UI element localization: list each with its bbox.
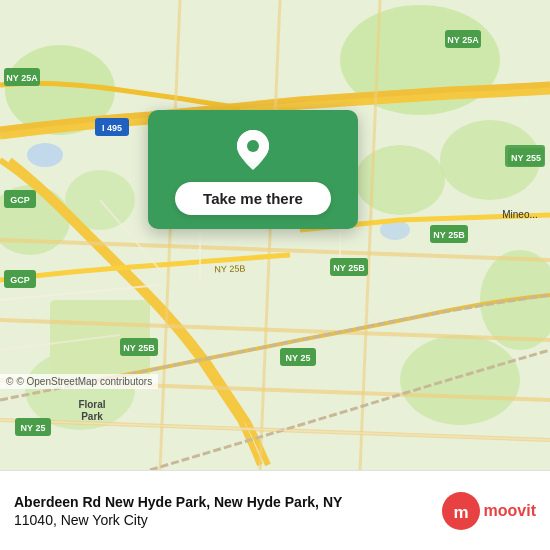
svg-text:GCP: GCP (10, 195, 30, 205)
moovit-icon: m (442, 492, 480, 530)
svg-text:Floral: Floral (78, 399, 105, 410)
map-container: I 495 NY 25A NY 25A NY 255 GCP GCP NY 25… (0, 0, 550, 470)
svg-text:m: m (453, 503, 468, 522)
copyright-bar: © © OpenStreetMap contributors (0, 374, 158, 389)
info-bar: Aberdeen Rd New Hyde Park, New Hyde Park… (0, 470, 550, 550)
svg-text:NY 25B: NY 25B (333, 263, 365, 273)
location-pin-icon (231, 128, 275, 172)
svg-text:NY 25A: NY 25A (6, 73, 38, 83)
svg-text:NY 25: NY 25 (286, 353, 311, 363)
svg-text:NY 25B: NY 25B (123, 343, 155, 353)
copyright-icon: © (6, 376, 13, 387)
address-block: Aberdeen Rd New Hyde Park, New Hyde Park… (14, 493, 442, 527)
address-line2: 11040, New York City (14, 512, 442, 528)
svg-text:NY 25B: NY 25B (214, 263, 245, 274)
svg-point-54 (247, 140, 259, 152)
svg-text:Mineo...: Mineo... (502, 209, 538, 220)
copyright-text: © OpenStreetMap contributors (16, 376, 152, 387)
svg-text:Park: Park (81, 411, 103, 422)
svg-text:NY 25: NY 25 (21, 423, 46, 433)
svg-text:NY 25B: NY 25B (433, 230, 465, 240)
svg-point-8 (400, 335, 520, 425)
moovit-logo: m moovit (442, 492, 536, 530)
svg-text:NY 255: NY 255 (511, 153, 541, 163)
svg-text:NY 25A: NY 25A (447, 35, 479, 45)
svg-text:GCP: GCP (10, 275, 30, 285)
address-line1: Aberdeen Rd New Hyde Park, New Hyde Park… (14, 493, 442, 511)
take-me-there-button[interactable]: Take me there (175, 182, 331, 215)
svg-point-6 (355, 145, 445, 215)
location-card: Take me there (148, 110, 358, 229)
map-background: I 495 NY 25A NY 25A NY 255 GCP GCP NY 25… (0, 0, 550, 470)
moovit-text: moovit (484, 502, 536, 520)
svg-point-11 (27, 143, 63, 167)
svg-text:I 495: I 495 (102, 123, 122, 133)
